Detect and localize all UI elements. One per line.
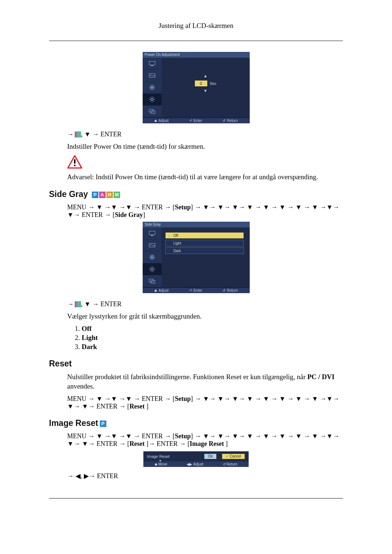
osd-option-label: Dark	[173, 249, 181, 253]
power-on-warning: Advarsel: Indstil Power On time (tændt-t…	[67, 172, 343, 182]
svg-rect-16	[74, 159, 75, 164]
image-reset-dialog-container: Image Reset Ok ✔ Cancel ◆ Move ◀▶ Adjust…	[49, 451, 343, 467]
osd-option-off: ✔Off	[165, 232, 244, 239]
image-reset-nav-2: → ◀, ▶→ ENTER	[67, 472, 343, 480]
image-reset-nav: MENU → ▼ →▼ →▼ → ENTER → [Setup] → ▼→ ▼→…	[67, 432, 343, 448]
section-side-gray-heading: Side Gray P A H M	[49, 189, 343, 199]
down-arrow-icon: ▼	[204, 89, 208, 93]
svg-rect-0	[149, 61, 155, 65]
svg-line-29	[154, 267, 154, 268]
nav-side-gray: Side Gray	[115, 211, 143, 218]
osd-footer-return: Return	[227, 288, 238, 292]
divider	[49, 498, 343, 498]
side-gray-desc: Vælger lysstyrken for gråt til skærmbagg…	[67, 312, 343, 321]
mode-square-icon	[75, 302, 79, 307]
osd-option-label: Off	[173, 234, 178, 238]
reset-desc-text: Nulstiller produktet til fabriksindstill…	[67, 373, 307, 381]
osd-side-gray: Side Gray ✔Off Light Dark	[49, 222, 343, 293]
multi-icon	[143, 106, 162, 118]
osd-option-label: Light	[173, 241, 181, 245]
page: Justering af LCD-skærmen Power On Adjust…	[0, 0, 392, 548]
osd-power-on-adjustment: Power On Adjustment	[49, 52, 343, 123]
osd-title: Power On Adjustment	[143, 52, 250, 58]
section-reset-heading: Reset	[49, 359, 343, 369]
nav-text: ]	[146, 403, 148, 410]
reset-nav: MENU → ▼ →▼ →▼ → ENTER → [Setup] → ▼→ ▼→…	[67, 395, 343, 410]
divider	[49, 41, 343, 41]
osd-footer-adjust: Adjust	[159, 288, 169, 292]
osd-unit: Sec	[210, 81, 217, 86]
cancel-label: Cancel	[230, 454, 241, 458]
svg-point-4	[151, 98, 153, 100]
nav-setup: Setup	[175, 395, 191, 402]
monitor-icon	[143, 58, 162, 70]
reset-desc-text: anvendes.	[67, 382, 94, 390]
section-image-reset-label: Image Reset	[49, 418, 98, 428]
svg-rect-17	[74, 165, 75, 166]
osd-footer-enter: Enter	[193, 119, 202, 123]
nav-text: MENU → ▼ →▼ →▼ → ENTER → [	[67, 432, 175, 440]
image-reset-cancel-button: ✔ Cancel	[222, 454, 245, 459]
nav-setup: Setup	[175, 432, 191, 440]
list-item: Dark	[82, 343, 97, 350]
svg-line-9	[150, 97, 151, 98]
svg-line-30	[150, 271, 151, 271]
section-side-gray-label: Side Gray	[49, 189, 88, 199]
footer-move: Move	[158, 462, 167, 466]
nav-text: ]	[143, 211, 145, 218]
svg-rect-1	[151, 65, 153, 66]
mode-a-icon: A	[99, 192, 106, 198]
page-title: Justering af LCD-skærmen	[49, 22, 343, 30]
reset-desc: Nulstiller produktet til fabriksindstill…	[67, 372, 343, 391]
osd-adjuster: ▲ 0 Sec ▼	[165, 74, 246, 93]
svg-line-28	[154, 271, 154, 271]
svg-line-12	[150, 101, 151, 102]
osd-sidebar	[143, 58, 162, 118]
list-item: Light	[82, 334, 98, 341]
osd-footer-enter: Enter	[193, 288, 202, 292]
osd-title: Side Gray	[143, 222, 250, 227]
gear-icon	[143, 263, 162, 275]
picture-icon	[143, 70, 162, 82]
image-reset-ok-button: Ok	[204, 454, 217, 459]
side-gray-options-list: Off Light Dark	[74, 325, 343, 351]
footer-return: Return	[226, 462, 237, 466]
osd-footer-return: Return	[227, 119, 238, 123]
mode-p-icon: P	[100, 420, 106, 427]
svg-line-10	[154, 101, 154, 102]
globe-icon	[143, 251, 162, 263]
svg-rect-18	[149, 231, 155, 235]
side-gray-nav: MENU → ▼ →▼ →▼ → ENTER → [Setup] → ▼→ ▼→…	[67, 204, 343, 219]
reset-desc-bold: PC / DVI	[307, 373, 335, 381]
osd-option-light: Light	[165, 240, 244, 246]
mode-m-icon: M	[114, 192, 120, 198]
footer-adjust: Adjust	[193, 462, 203, 466]
power-on-nav-line: → , ▼ → ENTER	[67, 131, 343, 138]
globe-icon	[143, 82, 162, 94]
nav-tail: ENTER	[99, 300, 122, 308]
mode-p-icon: P	[92, 192, 98, 198]
section-image-reset-heading: Image ResetP	[49, 418, 343, 428]
osd-value: 0	[195, 80, 208, 87]
up-arrow-icon: ▲	[204, 74, 208, 78]
multi-icon	[143, 275, 162, 287]
osd-option-dark: Dark	[165, 247, 244, 254]
osd-footer-adjust: Adjust	[159, 119, 169, 123]
picture-icon	[143, 239, 162, 251]
warning-icon	[67, 155, 82, 169]
side-gray-nav-line-2: → , ▼ → ENTER	[67, 300, 343, 308]
mode-h-icon: H	[106, 192, 113, 198]
osd-option-list: ✔Off Light Dark	[165, 232, 246, 254]
nav-text: MENU → ▼ →▼ →▼ → ENTER → [	[67, 395, 175, 402]
nav-reset: Reset	[130, 440, 146, 447]
osd-footer: ◆ Adjust ⏎ Enter ↺ Return	[143, 287, 250, 293]
svg-rect-19	[151, 235, 153, 236]
svg-line-11	[154, 97, 154, 98]
nav-reset: Reset	[130, 403, 146, 410]
list-item: Off	[82, 325, 91, 332]
nav-text: ]	[226, 440, 228, 447]
nav-text: ]→ ENTER → [	[146, 440, 189, 447]
osd-sidebar	[143, 227, 162, 287]
monitor-icon	[143, 227, 162, 239]
image-reset-dialog-title: Image Reset	[147, 454, 199, 459]
